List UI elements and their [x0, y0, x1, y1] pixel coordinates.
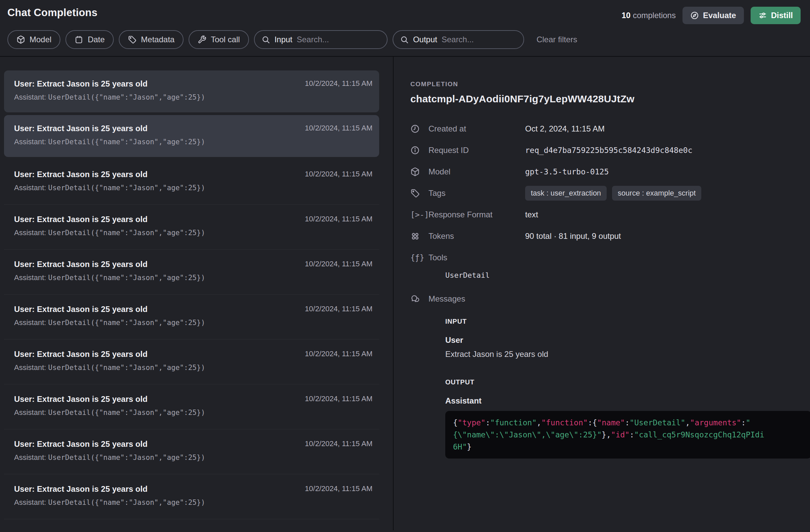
page-title: Chat Completions [7, 7, 97, 19]
row-assistant-text: Assistant: UserDetail({"name":"Jason","a… [14, 318, 372, 327]
row-assistant-text: Assistant: UserDetail({"name":"Jason","a… [14, 137, 372, 146]
completion-row[interactable]: User: Extract Jason is 25 years oldAssis… [4, 115, 379, 157]
field-row-tags: Tags task : user_extraction source : exa… [410, 182, 797, 204]
input-section-label: INPUT [445, 318, 797, 326]
completion-row[interactable]: User: Extract Jason is 25 years oldAssis… [4, 384, 379, 429]
field-row-model: Model gpt-3.5-turbo-0125 [410, 161, 797, 182]
chat-bubbles-icon [410, 294, 428, 303]
compass-icon [690, 11, 699, 20]
row-assistant-text: Assistant: UserDetail({"name":"Jason","a… [14, 363, 372, 372]
field-value: 90 total · 81 input, 9 output [525, 231, 621, 241]
completion-row[interactable]: User: Extract Jason is 25 years oldAssis… [4, 160, 379, 205]
cube-icon [16, 35, 25, 44]
row-timestamp: 10/2/2024, 11:15 AM [305, 79, 372, 88]
output-search-placeholder: Search... [441, 35, 474, 44]
output-code-block: {"type":"function","function":{"name":"U… [445, 411, 810, 459]
tools-icon: {ƒ} [410, 253, 428, 262]
filter-pill-label: Model [30, 35, 51, 44]
row-timestamp: 10/2/2024, 11:15 AM [305, 350, 372, 358]
distill-button[interactable]: Distill [750, 7, 800, 24]
completion-detail: COMPLETION chatcmpl-ADyAodii0NF7ig7yLepW… [393, 57, 810, 530]
filter-pill-metadata[interactable]: Metadata [119, 30, 183, 49]
page-header: Chat Completions 10 completions Evaluate… [0, 0, 810, 26]
field-row-created-at: Created at Oct 2, 2024, 11:15 AM [410, 118, 797, 139]
completion-row[interactable]: User: Extract Jason is 25 years oldAssis… [4, 295, 379, 339]
field-value: Oct 2, 2024, 11:15 AM [525, 124, 605, 133]
tag-icon [128, 35, 136, 44]
completion-row[interactable]: User: Extract Jason is 25 years oldAssis… [4, 429, 379, 474]
completion-row[interactable]: User: Extract Jason is 25 years oldAssis… [4, 205, 379, 250]
output-search[interactable]: Output Search... [393, 30, 524, 49]
completion-row[interactable]: User: Extract Jason is 25 years oldAssis… [4, 474, 379, 519]
clock-icon [410, 124, 428, 133]
row-assistant-text: Assistant: UserDetail({"name":"Jason","a… [14, 273, 372, 282]
field-label: Tokens [428, 231, 525, 241]
field-row-response-format: [>-] Response Format text [410, 204, 797, 226]
response-format-icon: [>-] [410, 210, 428, 219]
row-assistant-text: Assistant: UserDetail({"name":"Jason","a… [14, 453, 372, 462]
filter-pill-tool-call[interactable]: Tool call [189, 30, 249, 49]
cube-icon [410, 167, 428, 177]
completions-count-number: 10 [622, 11, 631, 20]
tag-chip[interactable]: source : example_script [612, 186, 701, 201]
evaluate-button-label: Evaluate [703, 11, 736, 20]
field-label: Messages [428, 294, 525, 303]
row-assistant-text: Assistant: UserDetail({"name":"Jason","a… [14, 498, 372, 507]
input-search-placeholder: Search... [297, 35, 329, 44]
completions-count: 10 completions [622, 11, 676, 20]
field-value: gpt-3.5-turbo-0125 [525, 167, 609, 176]
completions-count-label: completions [633, 11, 676, 20]
field-value: req_d4e7ba759225b595c584243d9c848e0c [525, 146, 693, 155]
tag-chip[interactable]: task : user_extraction [525, 186, 607, 201]
filter-pill-label: Metadata [141, 35, 175, 44]
filter-bar: Model Date Metadata Tool call Input Sear… [0, 30, 810, 49]
output-section-label: OUTPUT [445, 378, 797, 386]
field-label: Tags [428, 188, 525, 198]
field-label: Response Format [428, 210, 525, 219]
tool-name: UserDetail [445, 271, 797, 279]
row-timestamp: 10/2/2024, 11:15 AM [305, 304, 372, 313]
row-timestamp: 10/2/2024, 11:15 AM [305, 170, 372, 179]
input-search[interactable]: Input Search... [254, 30, 388, 49]
completions-list: User: Extract Jason is 25 years oldAssis… [0, 57, 393, 530]
info-icon [410, 146, 428, 155]
input-role: User [445, 335, 797, 345]
tag-icon [410, 188, 428, 198]
row-assistant-text: Assistant: UserDetail({"name":"Jason","a… [14, 229, 372, 237]
field-value: text [525, 210, 538, 219]
input-search-label: Input [274, 35, 292, 44]
dots-grid-icon [410, 231, 428, 241]
field-row-tokens: Tokens 90 total · 81 input, 9 output [410, 226, 797, 247]
row-assistant-text: Assistant: UserDetail({"name":"Jason","a… [14, 408, 372, 417]
field-row-messages: Messages [410, 288, 797, 310]
search-icon [262, 36, 270, 44]
evaluate-button[interactable]: Evaluate [682, 7, 744, 24]
search-icon [400, 36, 409, 44]
row-timestamp: 10/2/2024, 11:15 AM [305, 395, 372, 403]
completion-eyebrow: COMPLETION [410, 81, 797, 88]
filter-pill-label: Date [87, 35, 105, 44]
filter-pill-model[interactable]: Model [7, 30, 60, 49]
clear-filters-button[interactable]: Clear filters [536, 35, 577, 44]
row-timestamp: 10/2/2024, 11:15 AM [305, 439, 372, 448]
output-search-label: Output [413, 35, 437, 44]
row-assistant-text: Assistant: UserDetail({"name":"Jason","a… [14, 183, 372, 192]
row-timestamp: 10/2/2024, 11:15 AM [305, 484, 372, 493]
completion-row[interactable]: User: Extract Jason is 25 years oldAssis… [4, 250, 379, 295]
wrench-icon [198, 35, 206, 44]
field-label: Request ID [428, 146, 525, 155]
filter-pill-date[interactable]: Date [65, 30, 114, 49]
distill-button-label: Distill [771, 11, 793, 20]
completion-row[interactable]: User: Extract Jason is 25 years oldAssis… [4, 339, 379, 384]
field-label: Created at [428, 124, 525, 133]
sliders-icon [758, 11, 767, 20]
filter-pill-label: Tool call [211, 35, 240, 44]
completion-id: chatcmpl-ADyAodii0NF7ig7yLepWW428UJtZw [410, 93, 797, 105]
field-row-tools: {ƒ} Tools [410, 247, 797, 268]
input-message-text: Extract Jason is 25 years old [445, 350, 797, 359]
output-role: Assistant [445, 396, 797, 405]
row-timestamp: 10/2/2024, 11:15 AM [305, 260, 372, 268]
field-label: Model [428, 167, 525, 177]
completion-row[interactable]: User: Extract Jason is 25 years oldAssis… [4, 70, 379, 112]
row-timestamp: 10/2/2024, 11:15 AM [305, 215, 372, 223]
